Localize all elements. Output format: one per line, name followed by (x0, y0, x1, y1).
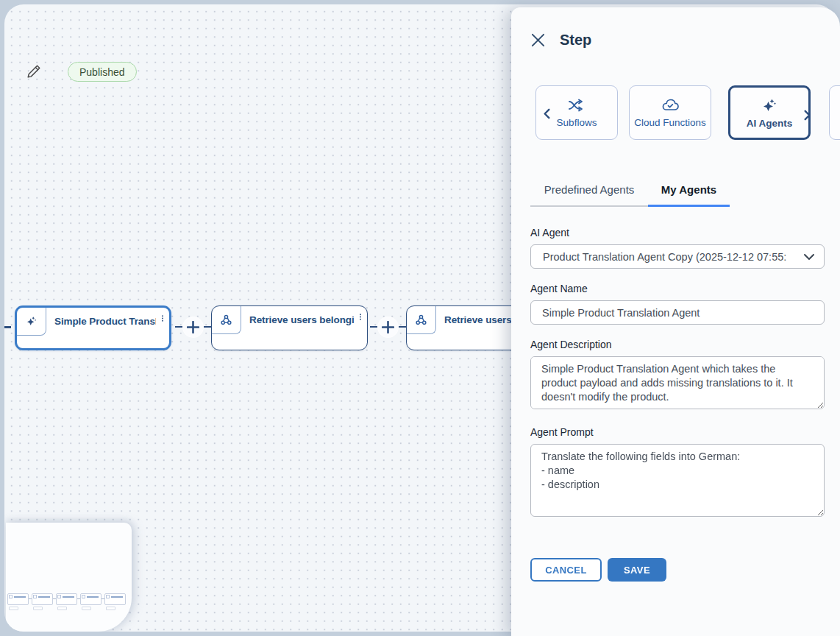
sparkles-icon (24, 314, 38, 328)
shuffle-icon (567, 97, 586, 113)
close-icon[interactable] (530, 32, 546, 48)
card-label: Cloud Functions (634, 117, 706, 128)
webhook-icon (219, 313, 233, 327)
card-label: Subflows (557, 117, 597, 128)
ai-agent-selected-value: Product Translation Agent Copy (2025-12-… (543, 251, 803, 263)
tab-predefined-agents[interactable]: Predefined Agents (530, 183, 648, 207)
carousel-prev-icon[interactable] (542, 108, 552, 119)
agent-name-group: Agent Name (530, 283, 825, 325)
ai-agent-select[interactable]: Product Translation Agent Copy (2025-12-… (530, 244, 825, 269)
step-panel: Step Subflows Cloud Functions AI A (511, 7, 840, 636)
plus-icon (382, 321, 394, 333)
cloud-check-icon (660, 97, 680, 113)
tab-my-agents[interactable]: My Agents (648, 183, 730, 207)
edge-connector (175, 317, 212, 337)
flow-node-retrieve-users-1[interactable]: Retrieve users belongi... (211, 305, 368, 350)
card-next-partial[interactable] (829, 85, 840, 140)
status-badge: Published (68, 62, 137, 82)
minimap-subnode (82, 607, 91, 610)
edge-stub (4, 326, 11, 328)
node-icon-box (407, 306, 436, 334)
add-step-button[interactable] (378, 317, 398, 337)
ai-agent-label: AI Agent (530, 227, 825, 239)
panel-header: Step (511, 7, 840, 49)
agent-description-group: Agent Description Simple Product Transla… (530, 339, 825, 412)
plus-icon (187, 321, 199, 333)
card-cloud-functions[interactable]: Cloud Functions (629, 85, 711, 140)
node-menu-kebab-icon[interactable] (354, 306, 367, 321)
sparkles-icon (761, 96, 778, 114)
panel-title: Step (560, 32, 591, 49)
carousel-next-icon[interactable] (802, 110, 812, 121)
minimap-node (56, 593, 77, 605)
add-step-button[interactable] (183, 317, 203, 337)
cancel-button[interactable]: CANCEL (530, 558, 602, 582)
status-badge-label: Published (79, 66, 125, 78)
agent-name-label: Agent Name (530, 283, 825, 294)
card-ai-agents[interactable]: AI Agents (728, 85, 811, 140)
chevron-down-icon (803, 253, 815, 261)
agent-form: AI Agent Product Translation Agent Copy … (530, 227, 825, 520)
node-title: Simple Product Transl... (46, 308, 156, 327)
agents-tabs: Predefined Agents My Agents (530, 183, 730, 207)
step-type-carousel: Subflows Cloud Functions AI Agents (511, 85, 840, 141)
edge-dash (204, 326, 211, 328)
save-button[interactable]: SAVE (608, 558, 666, 582)
edge-connector (370, 317, 408, 337)
agent-description-label: Agent Description (530, 339, 825, 350)
minimap-subnode (9, 607, 18, 610)
minimap-node (104, 593, 126, 605)
ai-agent-group: AI Agent Product Translation Agent Copy … (530, 227, 825, 269)
agent-description-textarea[interactable]: Simple Product Translation Agent which t… (530, 356, 825, 409)
node-menu-kebab-icon[interactable] (156, 308, 169, 322)
minimap-subnode (57, 607, 67, 610)
edge-dash (370, 326, 377, 328)
panel-actions: CANCEL SAVE (530, 558, 840, 582)
card-label: AI Agents (747, 118, 793, 129)
node-title: Retrieve users belongi... (241, 306, 354, 325)
agent-prompt-label: Agent Prompt (530, 426, 825, 438)
edit-pencil-icon[interactable] (26, 63, 42, 80)
agent-name-input[interactable] (530, 300, 825, 325)
flow-node-simple-product-translation[interactable]: Simple Product Transl... (15, 305, 171, 350)
minimap[interactable] (6, 523, 132, 632)
node-icon-box (212, 306, 241, 334)
minimap-node (32, 593, 53, 605)
minimap-node (80, 593, 102, 605)
edge-dash (399, 326, 406, 328)
minimap-subnode (33, 607, 43, 610)
agent-prompt-group: Agent Prompt Translate the following fie… (530, 426, 825, 520)
node-icon-box (17, 308, 46, 336)
minimap-node (7, 593, 29, 605)
minimap-subnode (106, 607, 115, 610)
agent-prompt-textarea[interactable]: Translate the following fields into Germ… (530, 444, 825, 517)
webhook-icon (414, 313, 428, 327)
edge-dash (175, 326, 182, 328)
minimap-flow-row (6, 593, 132, 615)
